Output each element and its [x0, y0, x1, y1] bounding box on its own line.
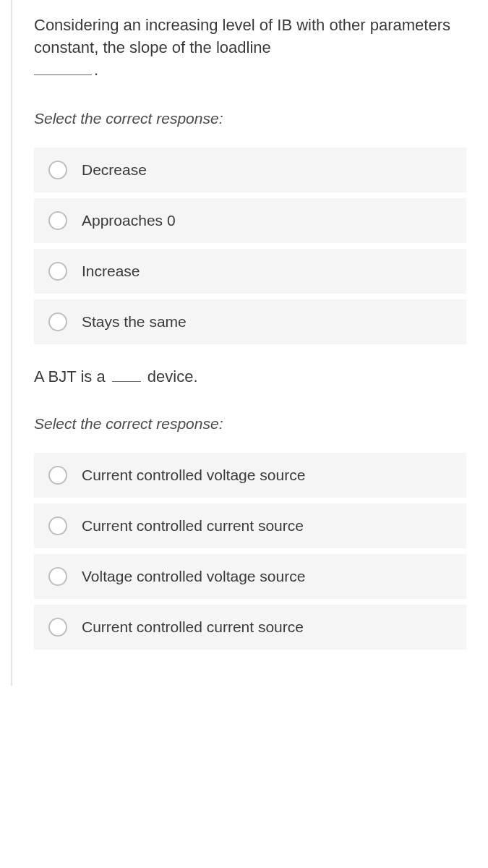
option-vcvs[interactable]: Voltage controlled voltage source — [34, 554, 466, 599]
option-stays-same[interactable]: Stays the same — [34, 299, 466, 344]
option-cccs-1[interactable]: Current controlled current source — [34, 503, 466, 548]
question-2-instruction: Select the correct response: — [34, 415, 466, 433]
radio-icon — [48, 161, 67, 179]
question-2-suffix: device. — [143, 367, 198, 386]
radio-icon — [48, 466, 67, 485]
question-1-instruction: Select the correct response: — [34, 110, 466, 127]
question-2-block: A BJT is a device. Select the correct re… — [34, 366, 466, 650]
fill-blank-line — [112, 366, 141, 382]
radio-icon — [48, 567, 67, 586]
radio-icon — [48, 211, 67, 230]
radio-icon — [48, 618, 67, 637]
option-cccs-2[interactable]: Current controlled current source — [34, 605, 466, 650]
question-1-text-content: Considering an increasing level of IB wi… — [34, 16, 450, 56]
option-label: Stays the same — [82, 313, 187, 331]
option-label: Current controlled voltage source — [82, 467, 305, 484]
option-label: Voltage controlled voltage source — [82, 568, 305, 585]
question-1-options: Decrease Approaches 0 Increase Stays the… — [34, 148, 466, 344]
question-2-prefix: A BJT is a — [34, 367, 110, 386]
option-label: Current controlled current source — [82, 618, 304, 636]
option-label: Current controlled current source — [82, 517, 304, 535]
radio-icon — [48, 516, 67, 535]
option-label: Increase — [82, 263, 140, 280]
question-1-block: Considering an increasing level of IB wi… — [34, 14, 466, 344]
question-2-options: Current controlled voltage source Curren… — [34, 453, 466, 650]
radio-icon — [48, 262, 67, 281]
question-1-text: Considering an increasing level of IB wi… — [34, 14, 466, 81]
option-label: Approaches 0 — [82, 212, 176, 229]
quiz-container: Considering an increasing level of IB wi… — [11, 0, 488, 686]
option-increase[interactable]: Increase — [34, 249, 466, 294]
fill-blank-line — [34, 59, 92, 75]
radio-icon — [48, 312, 67, 331]
option-approaches-0[interactable]: Approaches 0 — [34, 198, 466, 243]
option-ccvs[interactable]: Current controlled voltage source — [34, 453, 466, 498]
option-decrease[interactable]: Decrease — [34, 148, 466, 192]
option-label: Decrease — [82, 161, 147, 179]
question-2-text: A BJT is a device. — [34, 366, 466, 386]
